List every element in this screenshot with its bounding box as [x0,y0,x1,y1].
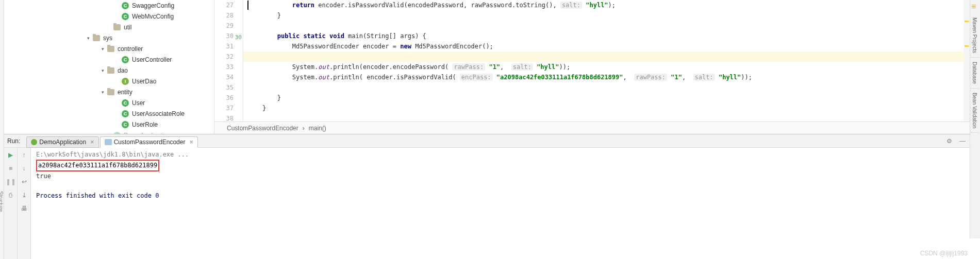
class-icon: C [122,2,129,9]
tree-node[interactable]: ▾sys [10,32,214,43]
run-header: Run: DemoApplication× CustomPasswordEnco… [4,134,970,148]
class-icon: C [122,56,129,63]
settings-icon[interactable]: ⚙ [945,137,953,145]
console-output[interactable]: E:\workSoft\javas\jdk1.8\bin\java.exe ..… [31,148,970,259]
breadcrumb-bar[interactable]: CustomPasswordEncoder › main() [214,122,970,134]
stop-icon[interactable]: ■ [7,164,15,172]
spring-icon [31,139,37,145]
tree-node[interactable]: CUser [10,97,214,108]
run-tab-encoder[interactable]: CustomPasswordEncoder× [100,136,198,148]
breadcrumb-item[interactable]: CustomPasswordEncoder [227,125,298,132]
tree-node[interactable]: CSwaggerConfig [10,0,214,11]
close-icon[interactable]: × [90,138,94,146]
class-icon: C [122,99,129,107]
chevron-down-icon[interactable]: ▾ [85,34,92,42]
database-tab[interactable]: Database [970,58,979,89]
code-content[interactable]: return encoder.isPasswordValid(encodedPa… [243,0,970,122]
project-tree[interactable]: CSwaggerConfig CWebMvcConfig util ▾sys ▾… [4,0,214,134]
tree-node[interactable]: util [10,22,214,32]
tree-node[interactable]: ▾dao [10,65,214,76]
right-tool-window-bar[interactable]: ≡ Maven Projects Database Bean Validatio… [970,0,980,238]
up-icon[interactable]: ↑ [20,151,28,159]
minimize-icon[interactable]: — [958,137,967,145]
console-line: E:\workSoft\javas\jdk1.8\bin\java.exe ..… [36,150,965,160]
console-line: true [36,171,965,181]
breadcrumb-separator: › [303,125,305,132]
tree-node[interactable]: CWebMvcConfig [10,11,214,22]
watermark: CSDN @ijijij1993 [920,250,968,257]
hamburger-icon[interactable]: ≡ [970,0,980,13]
bean-validation-tab[interactable]: Bean Validation [970,89,979,133]
editor-gutter: 27 28 29 3030 31 32 33 34 35 36 37 38 [214,0,243,122]
class-icon: C [122,13,129,20]
console-exit-line: Process finished with exit code 0 [36,191,965,201]
chevron-down-icon[interactable]: ▾ [99,67,106,74]
tree-node[interactable]: CUserAssociateRole [10,108,214,119]
tree-node[interactable]: CDemoApplication [10,130,214,134]
console-highlighted-hash: a2098ac42fe033111a1f678b8d621899 [36,160,159,171]
chevron-down-icon[interactable]: ▾ [99,45,106,53]
run-title: Run: [7,137,20,145]
interface-icon: I [122,78,129,85]
rerun-icon[interactable]: ▶ [7,151,15,159]
run-tool-window: Run: DemoApplication× CustomPasswordEnco… [4,134,970,259]
editor-error-stripe[interactable] [964,0,970,122]
class-icon: C [122,110,129,117]
camera-icon[interactable]: ⎙ [7,191,15,199]
tree-node[interactable]: IUserDao [10,76,214,87]
scroll-to-end-icon[interactable]: ⤓ [20,191,28,199]
pause-icon[interactable]: ❚❚ [7,178,15,186]
soft-wrap-icon[interactable]: ↩ [20,178,28,186]
folder-icon [107,46,114,52]
down-icon[interactable]: ↓ [20,164,28,172]
breadcrumb-item[interactable]: main() [309,125,326,132]
folder-icon [113,24,121,30]
class-icon: C [113,132,121,134]
tree-node[interactable]: CUserController [10,54,214,65]
run-tab-demo[interactable]: DemoApplication× [26,136,98,148]
tree-node[interactable]: ▾entity [10,87,214,97]
folder-icon [107,67,114,74]
folder-icon [107,89,114,95]
folder-icon [93,35,100,41]
run-toolbar-secondary: ↑ ↓ ↩ ⤓ 🖶 [18,148,31,259]
chevron-down-icon[interactable]: ▾ [99,89,106,96]
tree-node[interactable]: ▾controller [10,43,214,54]
left-tool-window-bar[interactable]: Structure [0,0,4,259]
caret [247,1,248,10]
maven-tab[interactable]: Maven Projects [970,13,979,58]
tree-node[interactable]: CUserRole [10,119,214,130]
class-icon: C [122,121,129,128]
code-editor[interactable]: 27 28 29 3030 31 32 33 34 35 36 37 38 re… [214,0,970,134]
close-icon[interactable]: × [189,138,193,146]
file-icon [105,139,112,145]
print-icon[interactable]: 🖶 [20,204,28,213]
run-toolbar-primary: ▶ ■ ❚❚ ⎙ [4,148,18,259]
